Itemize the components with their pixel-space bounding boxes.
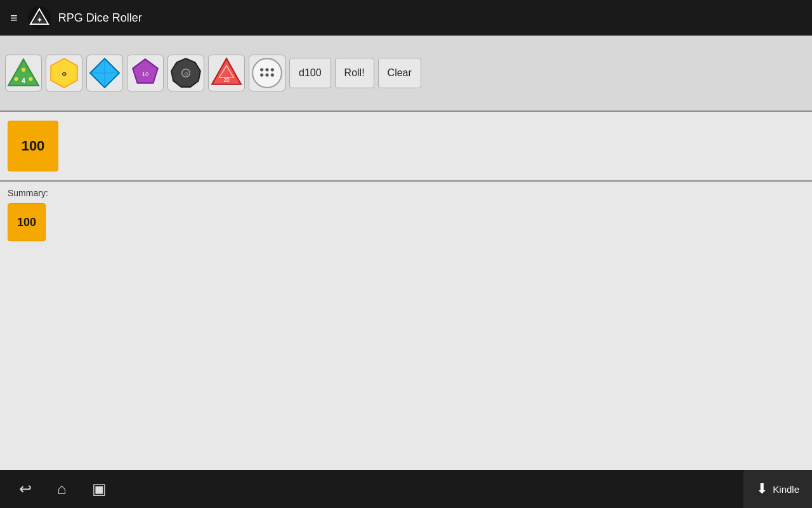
roll-button[interactable]: Roll! bbox=[335, 58, 374, 88]
svg-text:4: 4 bbox=[22, 77, 25, 84]
d100-label-button[interactable]: d100 bbox=[289, 58, 331, 88]
d4-button[interactable]: 4 bbox=[5, 55, 42, 91]
roll-results: 100 bbox=[0, 112, 812, 182]
svg-text:10: 10 bbox=[142, 71, 148, 77]
d6-button[interactable]: ⚙ bbox=[46, 55, 82, 91]
bottom-nav: ↩ ⌂ ▣ ⬇ Kindle bbox=[0, 470, 812, 508]
d20-button[interactable]: 20 bbox=[208, 55, 245, 91]
svg-point-7 bbox=[29, 77, 32, 81]
kindle-label: Kindle bbox=[773, 484, 799, 495]
svg-point-25 bbox=[271, 68, 274, 71]
summary-tile-0: 100 bbox=[8, 203, 46, 241]
svg-point-22 bbox=[252, 58, 282, 88]
summary-label: Summary: bbox=[8, 188, 804, 198]
result-tile-0: 100 bbox=[8, 121, 58, 171]
summary-area: Summary: 100 bbox=[0, 182, 812, 248]
recents-icon[interactable]: ▣ bbox=[92, 480, 107, 498]
toolbar: 4 ⚙ 10 ⚙ bbox=[0, 36, 812, 112]
d100-button[interactable] bbox=[249, 55, 285, 91]
back-icon[interactable]: ↩ bbox=[19, 480, 32, 498]
d12-button[interactable]: ⚙ bbox=[167, 55, 204, 91]
app-logo: ✦ bbox=[28, 6, 51, 29]
main-content: 100 Summary: 100 bbox=[0, 112, 812, 470]
svg-point-23 bbox=[260, 68, 263, 71]
svg-text:✦: ✦ bbox=[37, 17, 43, 23]
svg-point-6 bbox=[14, 77, 18, 81]
home-icon[interactable]: ⌂ bbox=[57, 480, 67, 498]
svg-point-24 bbox=[265, 68, 268, 71]
menu-icon[interactable]: ≡ bbox=[8, 8, 20, 28]
svg-text:20: 20 bbox=[223, 77, 230, 83]
svg-text:⚙: ⚙ bbox=[184, 70, 188, 77]
d8-button[interactable] bbox=[86, 55, 123, 91]
download-icon: ⬇ bbox=[756, 481, 768, 497]
svg-point-26 bbox=[260, 74, 263, 77]
clear-button[interactable]: Clear bbox=[378, 58, 421, 88]
app-title: RPG Dice Roller bbox=[58, 11, 142, 25]
d10-button[interactable]: 10 bbox=[127, 55, 164, 91]
app-bar: ≡ ✦ RPG Dice Roller bbox=[0, 0, 812, 36]
svg-point-27 bbox=[265, 74, 268, 77]
svg-text:⚙: ⚙ bbox=[62, 71, 67, 77]
svg-point-8 bbox=[22, 68, 25, 72]
nav-left: ↩ ⌂ ▣ bbox=[0, 480, 743, 498]
svg-point-28 bbox=[271, 74, 274, 77]
kindle-area[interactable]: ⬇ Kindle bbox=[743, 470, 812, 508]
